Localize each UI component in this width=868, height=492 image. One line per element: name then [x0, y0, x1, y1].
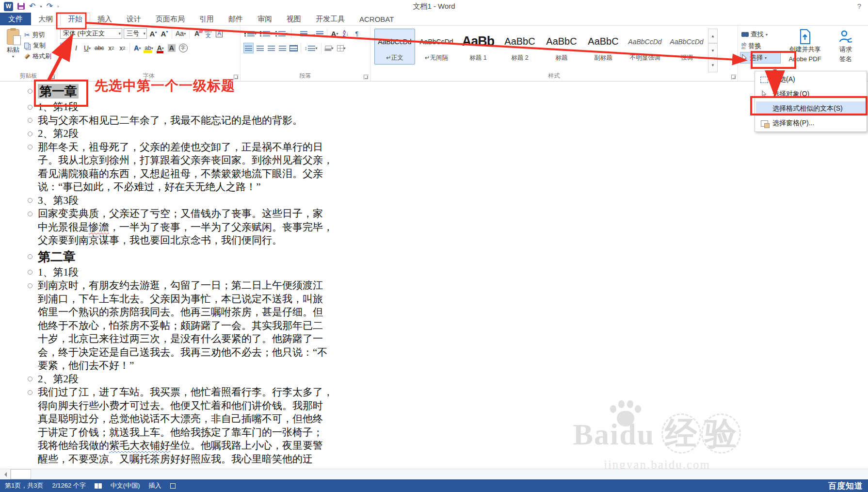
macro-record-icon[interactable] — [170, 483, 176, 489]
style-item[interactable]: AaBbCcDd ↵正文 — [374, 29, 415, 65]
insert-mode-indicator[interactable]: 插入 — [149, 481, 161, 490]
document-line[interactable]: 第二章 — [0, 247, 868, 266]
ribbon-tab[interactable]: 页面布局 — [148, 13, 192, 25]
phonetic-guide-button[interactable]: wén文 — [203, 28, 213, 39]
ribbon-tab[interactable]: 大纲 — [31, 13, 60, 25]
redo-icon[interactable]: ↷ — [46, 2, 52, 10]
ribbon-tab[interactable]: 视图 — [279, 13, 308, 25]
document-line[interactable]: 中光景很是惨澹，一半为了丧事，一半为了父亲赋闲。丧事完毕， — [0, 221, 868, 234]
document-line[interactable]: 会，终于决定还是自己送我去。我再三劝他不必去；他只说：“不 — [0, 346, 868, 360]
font-color-button[interactable]: A▾ — [156, 43, 165, 53]
highlight-color-button[interactable]: ab▾ — [144, 43, 154, 53]
font-name-combo[interactable]: 宋体 (中文正文▾ — [60, 28, 122, 39]
gallery-more-icon[interactable]: ▼ — [708, 58, 718, 72]
shading-button[interactable]: ▾ — [324, 43, 335, 53]
document-line[interactable]: 1、第1段 — [0, 266, 868, 279]
request-signatures-button[interactable]: 请求签名 — [825, 28, 866, 72]
align-center-button[interactable] — [255, 43, 265, 53]
scrollbar-thumb[interactable] — [11, 469, 31, 479]
document-line[interactable]: 他终于不放心，怕茶房不妥帖；颇踌躇了一会。其实我那年已二 — [0, 319, 868, 333]
select-button[interactable]: 选择▾ — [740, 52, 781, 64]
style-item[interactable]: AaBbCcDd 不明显强调 — [625, 29, 665, 65]
word-count[interactable]: 2/1262 个字 — [52, 481, 85, 490]
document-line[interactable]: 第一章 — [0, 82, 868, 100]
page-indicator[interactable]: 第1页，共3页 — [5, 481, 43, 490]
tab-file[interactable]: 文件 — [0, 13, 31, 25]
justify-button[interactable] — [277, 43, 287, 53]
align-right-button[interactable] — [266, 43, 276, 53]
multilevel-list-button[interactable]: ▾ — [274, 28, 289, 39]
style-item[interactable]: AaBbCcDd ↵无间隔 — [416, 29, 457, 65]
document-line[interactable]: 我将他给我做的紫毛大衣铺好坐位。他嘱我路上小心，夜里要警 — [0, 439, 868, 453]
change-case-button[interactable]: Aa▾ — [175, 28, 187, 39]
create-share-pdf-button[interactable]: 创建并共享Adobe PDF — [785, 28, 825, 72]
dialog-launcher-icon[interactable] — [234, 75, 239, 80]
subscript-button[interactable]: x2 — [106, 43, 116, 53]
menu-item-select-all[interactable]: 全选(A) — [756, 72, 866, 87]
character-border-button[interactable]: A — [214, 28, 224, 39]
format-painter-button[interactable]: 格式刷 — [24, 52, 51, 61]
font-size-combo[interactable]: 三号▾ — [124, 28, 147, 39]
document-line[interactable]: 说：“事已如此，不必难过，好在天无绝人之路！” — [0, 180, 868, 194]
undo-dropdown-icon[interactable]: ▾ — [40, 4, 42, 9]
clear-formatting-button[interactable]: A — [192, 28, 202, 39]
document-line[interactable]: 那年冬天，祖母死了，父亲的差使也交卸了，正是祸不单行的日 — [0, 141, 868, 154]
dialog-launcher-icon[interactable] — [50, 75, 55, 80]
copy-button[interactable]: 复制 — [24, 41, 51, 50]
document-line[interactable]: 到浦口，下午上车北去。父亲因为事忙，本已说定不送我，叫旅 — [0, 293, 868, 306]
distribute-button[interactable] — [289, 43, 298, 53]
document-line[interactable]: 3、第3段 — [0, 194, 868, 208]
document-line[interactable]: 2、第2段 — [0, 373, 868, 386]
style-item[interactable]: AaBbCcDd 强调 — [666, 29, 707, 65]
shrink-font-button[interactable]: A▾ — [160, 28, 169, 39]
document-line[interactable]: 我与父亲不相见已二年余了，我最不能忘记的是他的背影。 — [0, 114, 868, 128]
menu-item-select-objects[interactable]: 选择对象(O) — [756, 87, 866, 101]
proofing-book-icon[interactable] — [95, 483, 102, 489]
document-line[interactable]: 要紧，他们去不好！” — [0, 359, 868, 373]
document-line[interactable]: 真是聪明过分，总觉他说话不大漂亮，非自己插嘴不可，但他终 — [0, 412, 868, 426]
superscript-button[interactable]: x2 — [117, 43, 127, 53]
underline-button[interactable]: U▾ — [82, 43, 92, 53]
document-line[interactable]: 馆里一个熟识的茶房陪我同去。他再三嘱咐茶房，甚是仔细。但 — [0, 306, 868, 319]
document-line[interactable]: 看见满院狼藉的东西，又想起祖母，不禁簌簌地流下眼泪。父亲 — [0, 167, 868, 181]
ribbon-tab[interactable]: 邮件 — [221, 13, 250, 25]
document-line[interactable]: 子。我从北京到徐州，打算跟着父亲奔丧回家。到徐州见着父亲， — [0, 154, 868, 167]
bold-button[interactable]: B — [60, 43, 70, 53]
align-left-button[interactable] — [243, 43, 254, 53]
paste-button[interactable]: 粘贴 ▾ — [2, 28, 24, 72]
show-marks-button[interactable]: ¶ — [352, 28, 362, 39]
borders-button[interactable]: ▾ — [336, 43, 347, 53]
cut-button[interactable]: ✂剪切 — [24, 31, 51, 39]
customize-qat-icon[interactable]: ▿ — [57, 4, 59, 9]
text-effects-button[interactable]: A▾ — [132, 43, 142, 53]
enclose-characters-button[interactable]: 字 — [178, 43, 189, 53]
language-indicator[interactable]: 中文(中国) — [111, 481, 140, 490]
style-item[interactable]: AaBbC 标题 — [541, 29, 582, 65]
dialog-launcher-icon[interactable] — [364, 75, 369, 80]
italic-button[interactable]: I — [71, 43, 81, 53]
find-button[interactable]: 查找▾ — [740, 29, 781, 40]
menu-item-select-similar-formatting[interactable]: 选择格式相似的文本(S) — [756, 101, 866, 116]
save-icon[interactable] — [17, 3, 25, 10]
ribbon-tab[interactable]: 审阅 — [250, 13, 279, 25]
document-canvas[interactable]: Baidu经验 jingyan.baidu.com 第一章 1、第1段 我与父亲… — [0, 82, 868, 469]
gallery-up-icon[interactable]: ▲ — [708, 29, 718, 43]
ribbon-tab[interactable]: 开发工具 — [308, 13, 352, 25]
gallery-down-icon[interactable]: ▼ — [708, 43, 718, 58]
replace-button[interactable]: abac替换 — [740, 40, 781, 52]
dialog-launcher-icon[interactable] — [731, 75, 736, 80]
ribbon-tab[interactable]: 引用 — [192, 13, 221, 25]
word-logo-icon[interactable]: W — [4, 2, 13, 11]
help-icon[interactable]: ? — [857, 2, 861, 10]
numbering-button[interactable]: ▾ — [259, 28, 273, 39]
document-line[interactable]: 父亲要到南京谋事，我也要回北京念书，我们便同行。 — [0, 234, 868, 247]
ribbon-tab[interactable]: ACROBAT — [352, 13, 401, 25]
document-line[interactable]: 2、第2段 — [0, 127, 868, 141]
bullets-button[interactable]: ▾ — [243, 28, 257, 39]
line-spacing-button[interactable]: ↕▾ — [304, 43, 319, 53]
paste-dropdown-icon[interactable]: ▾ — [12, 54, 14, 59]
strikethrough-button[interactable]: abc — [94, 43, 105, 53]
menu-item-selection-pane[interactable]: 选择窗格(P)... — [756, 116, 866, 131]
document-line[interactable]: 得向脚夫行些小费才可过去。他便又忙着和他们讲价钱。我那时 — [0, 399, 868, 413]
decrease-indent-button[interactable]: ← — [294, 28, 308, 39]
